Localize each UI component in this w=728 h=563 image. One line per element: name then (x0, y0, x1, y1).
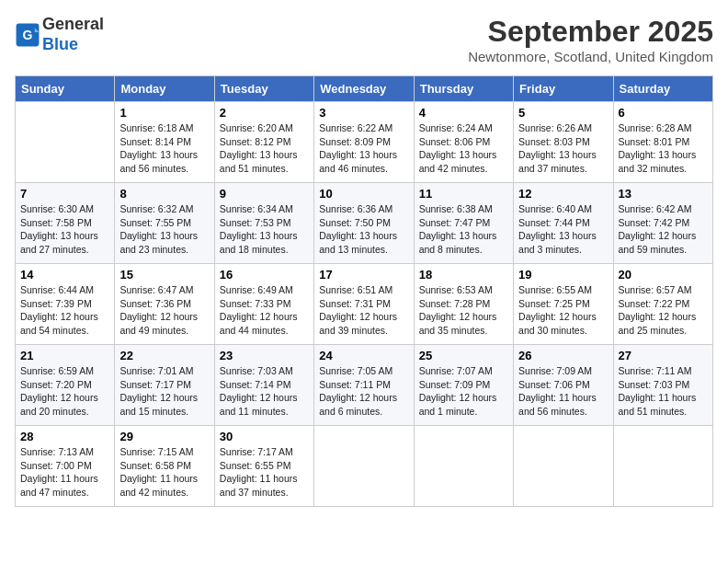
day-cell: 12Sunrise: 6:40 AMSunset: 7:44 PMDayligh… (514, 183, 613, 264)
week-row-5: 28Sunrise: 7:13 AMSunset: 7:00 PMDayligh… (16, 426, 713, 507)
weekday-header-thursday: Thursday (414, 76, 513, 102)
day-cell: 29Sunrise: 7:15 AMSunset: 6:58 PMDayligh… (115, 426, 214, 507)
day-info: Sunrise: 6:57 AMSunset: 7:22 PMDaylight:… (619, 283, 708, 338)
day-number: 11 (419, 187, 508, 201)
day-info: Sunrise: 6:34 AMSunset: 7:53 PMDaylight:… (220, 202, 309, 257)
title-block: September 2025 Newtonmore, Scotland, Uni… (468, 15, 713, 64)
day-number: 20 (619, 268, 708, 282)
day-cell: 18Sunrise: 6:53 AMSunset: 7:28 PMDayligh… (414, 264, 513, 345)
day-number: 19 (518, 268, 608, 282)
day-cell: 8Sunrise: 6:32 AMSunset: 7:55 PMDaylight… (115, 183, 214, 264)
weekday-header-sunday: Sunday (16, 76, 115, 102)
day-number: 22 (119, 349, 209, 362)
day-info: Sunrise: 7:17 AMSunset: 6:55 PMDaylight:… (220, 445, 309, 500)
day-info: Sunrise: 6:18 AMSunset: 8:14 PMDaylight:… (119, 121, 209, 176)
day-info: Sunrise: 6:49 AMSunset: 7:33 PMDaylight:… (220, 283, 309, 338)
day-info: Sunrise: 6:28 AMSunset: 8:01 PMDaylight:… (619, 121, 708, 176)
week-row-2: 7Sunrise: 6:30 AMSunset: 7:58 PMDaylight… (16, 183, 713, 264)
day-number: 23 (220, 349, 309, 362)
weekday-header-row: SundayMondayTuesdayWednesdayThursdayFrid… (16, 76, 713, 102)
logo-line1: General (42, 15, 104, 35)
page-header: G General Blue September 2025 Newtonmore… (15, 15, 713, 64)
day-number: 15 (119, 268, 209, 282)
day-info: Sunrise: 7:15 AMSunset: 6:58 PMDaylight:… (119, 445, 209, 500)
day-number: 24 (319, 349, 408, 362)
day-number: 12 (518, 187, 608, 201)
day-info: Sunrise: 7:13 AMSunset: 7:00 PMDaylight:… (20, 445, 109, 500)
day-info: Sunrise: 6:30 AMSunset: 7:58 PMDaylight:… (20, 202, 109, 257)
day-number: 6 (619, 106, 708, 120)
day-info: Sunrise: 6:22 AMSunset: 8:09 PMDaylight:… (319, 121, 408, 176)
day-info: Sunrise: 6:53 AMSunset: 7:28 PMDaylight:… (419, 283, 508, 338)
day-cell: 3Sunrise: 6:22 AMSunset: 8:09 PMDaylight… (314, 102, 414, 183)
day-number: 25 (419, 349, 508, 362)
week-row-3: 14Sunrise: 6:44 AMSunset: 7:39 PMDayligh… (16, 264, 713, 345)
day-info: Sunrise: 7:09 AMSunset: 7:06 PMDaylight:… (518, 364, 608, 419)
day-number: 13 (619, 187, 708, 201)
day-cell: 13Sunrise: 6:42 AMSunset: 7:42 PMDayligh… (613, 183, 712, 264)
day-cell: 22Sunrise: 7:01 AMSunset: 7:17 PMDayligh… (115, 345, 214, 426)
day-cell: 6Sunrise: 6:28 AMSunset: 8:01 PMDaylight… (613, 102, 712, 183)
day-cell: 1Sunrise: 6:18 AMSunset: 8:14 PMDaylight… (115, 102, 214, 183)
day-number: 5 (518, 106, 608, 120)
day-cell: 26Sunrise: 7:09 AMSunset: 7:06 PMDayligh… (514, 345, 613, 426)
day-number: 8 (119, 187, 209, 201)
day-cell: 11Sunrise: 6:38 AMSunset: 7:47 PMDayligh… (414, 183, 513, 264)
day-info: Sunrise: 6:51 AMSunset: 7:31 PMDaylight:… (319, 283, 408, 338)
day-info: Sunrise: 6:24 AMSunset: 8:06 PMDaylight:… (419, 121, 508, 176)
day-info: Sunrise: 6:32 AMSunset: 7:55 PMDaylight:… (119, 202, 209, 257)
day-cell: 24Sunrise: 7:05 AMSunset: 7:11 PMDayligh… (314, 345, 414, 426)
day-cell (514, 426, 613, 507)
logo: G General Blue (15, 15, 104, 54)
calendar-table: SundayMondayTuesdayWednesdayThursdayFrid… (15, 75, 713, 507)
day-cell (314, 426, 414, 507)
day-info: Sunrise: 6:44 AMSunset: 7:39 PMDaylight:… (20, 283, 109, 338)
day-info: Sunrise: 7:03 AMSunset: 7:14 PMDaylight:… (220, 364, 309, 419)
day-number: 3 (319, 106, 408, 120)
day-number: 7 (20, 187, 109, 201)
day-number: 9 (220, 187, 309, 201)
day-cell: 7Sunrise: 6:30 AMSunset: 7:58 PMDaylight… (16, 183, 115, 264)
day-cell: 23Sunrise: 7:03 AMSunset: 7:14 PMDayligh… (214, 345, 313, 426)
day-cell: 28Sunrise: 7:13 AMSunset: 7:00 PMDayligh… (16, 426, 115, 507)
day-cell (414, 426, 513, 507)
weekday-header-saturday: Saturday (613, 76, 712, 102)
logo-line2: Blue (42, 35, 104, 55)
day-number: 26 (518, 349, 608, 362)
day-number: 17 (319, 268, 408, 282)
day-number: 28 (20, 430, 109, 443)
day-number: 16 (220, 268, 309, 282)
day-number: 2 (220, 106, 309, 120)
day-cell: 4Sunrise: 6:24 AMSunset: 8:06 PMDaylight… (414, 102, 513, 183)
day-cell: 16Sunrise: 6:49 AMSunset: 7:33 PMDayligh… (214, 264, 313, 345)
day-cell: 10Sunrise: 6:36 AMSunset: 7:50 PMDayligh… (314, 183, 414, 264)
day-number: 10 (319, 187, 408, 201)
day-number: 1 (119, 106, 209, 120)
logo-icon: G (15, 22, 40, 48)
day-cell: 15Sunrise: 6:47 AMSunset: 7:36 PMDayligh… (115, 264, 214, 345)
day-number: 29 (119, 430, 209, 443)
day-cell (613, 426, 712, 507)
month-title: September 2025 (468, 15, 713, 49)
day-cell: 14Sunrise: 6:44 AMSunset: 7:39 PMDayligh… (16, 264, 115, 345)
day-cell: 19Sunrise: 6:55 AMSunset: 7:25 PMDayligh… (514, 264, 613, 345)
week-row-4: 21Sunrise: 6:59 AMSunset: 7:20 PMDayligh… (16, 345, 713, 426)
weekday-header-monday: Monday (115, 76, 214, 102)
weekday-header-wednesday: Wednesday (314, 76, 414, 102)
day-number: 30 (220, 430, 309, 443)
day-number: 4 (419, 106, 508, 120)
day-number: 18 (419, 268, 508, 282)
day-info: Sunrise: 7:11 AMSunset: 7:03 PMDaylight:… (619, 364, 708, 419)
day-info: Sunrise: 7:07 AMSunset: 7:09 PMDaylight:… (419, 364, 508, 419)
day-info: Sunrise: 6:38 AMSunset: 7:47 PMDaylight:… (419, 202, 508, 257)
day-number: 14 (20, 268, 109, 282)
day-cell: 9Sunrise: 6:34 AMSunset: 7:53 PMDaylight… (214, 183, 313, 264)
day-info: Sunrise: 7:01 AMSunset: 7:17 PMDaylight:… (119, 364, 209, 419)
day-cell: 30Sunrise: 7:17 AMSunset: 6:55 PMDayligh… (214, 426, 313, 507)
day-info: Sunrise: 6:55 AMSunset: 7:25 PMDaylight:… (518, 283, 608, 338)
week-row-1: 1Sunrise: 6:18 AMSunset: 8:14 PMDaylight… (16, 102, 713, 183)
svg-text:G: G (23, 27, 33, 41)
day-cell: 20Sunrise: 6:57 AMSunset: 7:22 PMDayligh… (613, 264, 712, 345)
day-info: Sunrise: 6:26 AMSunset: 8:03 PMDaylight:… (518, 121, 608, 176)
weekday-header-tuesday: Tuesday (214, 76, 313, 102)
